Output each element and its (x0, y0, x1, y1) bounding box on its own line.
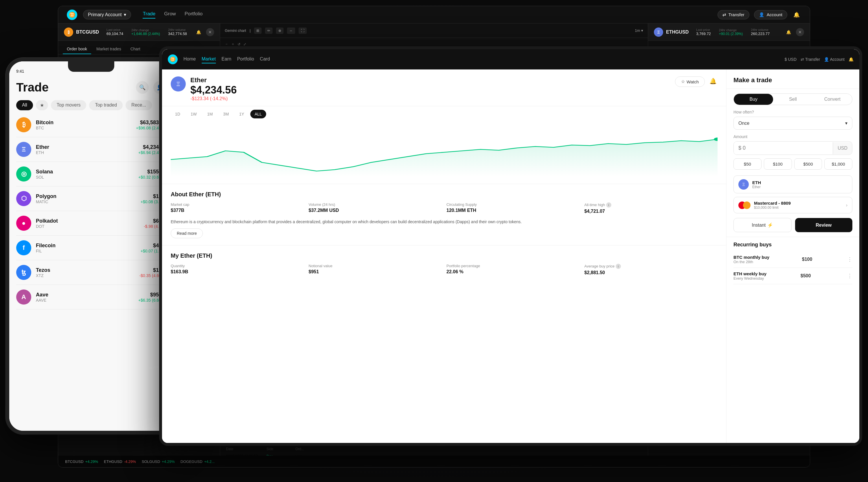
quick-100-button[interactable]: $100 (764, 158, 792, 170)
eth-bell-icon[interactable]: 🔔 (784, 28, 793, 37)
tablet-transfer-btn[interactable]: ⇄ Transfer (801, 57, 820, 62)
usd-selector[interactable]: $ USD (785, 57, 797, 62)
time-btn-3m[interactable]: 3M (219, 110, 233, 118)
eth-name: Ether (36, 144, 134, 150)
my-eth-portfolio-label: Portfolio percentage (446, 264, 580, 268)
recurring-btc[interactable]: BTC monthly buy On the 28th $100 ⋮ (734, 251, 852, 268)
tablet-bell-icon[interactable]: 🔔 (848, 57, 854, 62)
btc-close-button[interactable]: ✕ (206, 28, 214, 36)
eth-change-info: 24hr change +90.01 (2.39%) (719, 28, 743, 36)
time-btn-1d[interactable]: 1D (171, 110, 185, 118)
chart-tool-pencil[interactable]: ✏ (265, 28, 273, 34)
date-col: Date (226, 447, 267, 451)
recurring-eth[interactable]: ETH weekly buy Every Wednesday $500 ⋮ (734, 268, 852, 284)
scene: ♊ Primary Account ▾ Trade Grow Portfolio… (0, 0, 868, 482)
btc-tab-orderbook[interactable]: Order book (63, 44, 91, 54)
eth-detail-bell-icon[interactable]: 🔔 (708, 77, 717, 86)
crypto-item-matic[interactable]: ⬡ Polygon MATIC $1.58 +$0.08 (3.3%) (16, 186, 166, 211)
crypto-item-dot[interactable]: ● Polkadot DOT $6.41 -$.98 (4.5%) (16, 211, 166, 236)
zoom-minus-icon[interactable]: － (225, 42, 228, 47)
trade-sell-button[interactable]: Sell (773, 94, 812, 105)
tablet-screen: ♊ Home Market Earn Portfolio Card $ USD … (162, 49, 859, 443)
chart-refresh-icon[interactable]: ↺ (238, 42, 241, 46)
filter-recent[interactable]: Rece... (126, 100, 152, 110)
eth-coin-icon: Ξ (16, 142, 31, 157)
zoom-plus-icon[interactable]: ＋ (231, 42, 235, 47)
eth-detail-price: $4,234.56 (190, 84, 671, 96)
read-more-button[interactable]: Read more (171, 229, 203, 238)
chart-tool-crosshair[interactable]: ⊕ (276, 28, 283, 34)
tablet-account-btn[interactable]: 👤 Account (824, 57, 844, 62)
tablet-nav-earn[interactable]: Earn (222, 55, 231, 63)
crypto-item-eth[interactable]: Ξ Ether ETH $4,234.56 +$6.94 (2.49%) (16, 137, 166, 162)
eth-close-button[interactable]: ✕ (796, 28, 804, 36)
eth-volume: 260,223.77 (751, 32, 770, 36)
trade-buy-button[interactable]: Buy (734, 94, 773, 105)
eth-payment-option[interactable]: Ξ ETH Ether (734, 175, 852, 193)
quick-50-button[interactable]: $50 (734, 158, 762, 170)
ticker-sol: SOLGUSD +4.29% (142, 459, 175, 464)
review-button[interactable]: Review (795, 218, 852, 232)
eth-volume-info: 24hr volume 260,223.77 (751, 28, 770, 36)
amount-input[interactable] (734, 142, 833, 155)
trade-convert-button[interactable]: Convert (813, 94, 852, 105)
tablet-nav-market[interactable]: Market (202, 55, 216, 63)
matic-text: Polygon MATIC (36, 193, 136, 204)
recurring-btc-menu-icon[interactable]: ⋮ (847, 256, 852, 263)
time-btn-1w[interactable]: 1W (186, 110, 201, 118)
chart-tool-grid[interactable]: ⊞ (254, 28, 261, 34)
nav-item-portfolio[interactable]: Portfolio (185, 11, 203, 19)
btc-tab-market-trades[interactable]: Market trades (92, 44, 125, 54)
transfer-button[interactable]: ⇄ Transfer (717, 10, 749, 20)
chart-tool-expand[interactable]: ⛶ (299, 28, 307, 34)
time-btn-1y[interactable]: 1Y (235, 110, 249, 118)
filter-top-movers[interactable]: Top movers (51, 100, 87, 110)
tablet-nav-portfolio[interactable]: Portfolio (237, 55, 254, 63)
filter-top-traded[interactable]: Top traded (89, 100, 123, 110)
how-often-dropdown[interactable]: Once ▾ (734, 117, 852, 130)
chevron-down-icon: ▾ (845, 120, 847, 126)
ticker-eth: ETHGUSD -4.29% (104, 459, 136, 464)
tablet-nav-card[interactable]: Card (260, 55, 270, 63)
search-icon: 🔍 (139, 84, 146, 91)
chart-expand-icon[interactable]: ⤢ (243, 42, 246, 46)
order-history-table-header: Date Side Ord... (220, 445, 648, 453)
about-stats-grid: Market cap $377B Volume (24 hrs) $37.2MM… (171, 202, 717, 214)
nav-item-grow[interactable]: Grow (164, 11, 176, 19)
quick-1000-button[interactable]: $1,000 (824, 158, 852, 170)
chart-timeframe[interactable]: 1m ▾ (635, 28, 643, 33)
dot-text: Polkadot DOT (36, 218, 139, 229)
crypto-item-xtz[interactable]: ꜩ Tezos XTZ $1.47 -$0.35 (4.60%) (16, 260, 166, 285)
eth-payment-text: ETH Ether (752, 180, 847, 189)
crypto-item-aave[interactable]: A Aave AAVE $95.03 +$6.35 (6.60%) (16, 285, 166, 309)
quick-500-button[interactable]: $500 (794, 158, 822, 170)
account-button[interactable]: 👤 Account (754, 10, 787, 20)
crypto-item-btc[interactable]: ₿ Bitcoin BTC $63,583.93 +$96.08 (2.49%) (16, 113, 166, 137)
mc-payment-text: Mastercard - 8809 $10,000.00 limit (754, 201, 842, 210)
stat-ath: All-time high i $4,721.07 (585, 202, 718, 214)
chart-tool-arrows[interactable]: ↔ (287, 28, 295, 34)
account-selector[interactable]: Primary Account ▾ (83, 10, 131, 20)
time-btn-all[interactable]: ALL (250, 110, 266, 118)
btc-icon: ₿ (64, 28, 73, 37)
stat-ath-value: $4,721.07 (585, 209, 718, 214)
sol-name: Solana (36, 169, 134, 175)
filter-all[interactable]: All (16, 100, 33, 110)
xtz-text: Tezos XTZ (36, 267, 134, 278)
crypto-item-fil[interactable]: f Filecoin FIL $4.16 +$0.07 (1.9%) (16, 236, 166, 260)
watch-button[interactable]: ☆ Watch (675, 77, 705, 87)
btc-tab-chart[interactable]: Chart (126, 44, 144, 54)
phone-search-button[interactable]: 🔍 (136, 81, 149, 94)
nav-item-trade[interactable]: Trade (143, 11, 155, 19)
eth-coin-info: Ξ ETHGUSD (654, 28, 689, 37)
recurring-eth-menu-icon[interactable]: ⋮ (847, 273, 852, 279)
btc-bell-icon[interactable]: 🔔 (194, 28, 203, 37)
instant-button[interactable]: Instant ⚡ (734, 218, 792, 232)
filter-star[interactable]: ★ (36, 100, 48, 110)
crypto-item-sol[interactable]: ◎ Solana SOL $155.20 +$0.32 (0.67%) (16, 162, 166, 186)
time-btn-1m[interactable]: 1M (203, 110, 217, 118)
eth-sym: ETH (36, 150, 134, 155)
notification-bell-icon[interactable]: 🔔 (792, 10, 801, 20)
mastercard-payment-option[interactable]: Mastercard - 8809 $10,000.00 limit › (734, 197, 852, 213)
tablet-nav-home[interactable]: Home (183, 55, 196, 63)
